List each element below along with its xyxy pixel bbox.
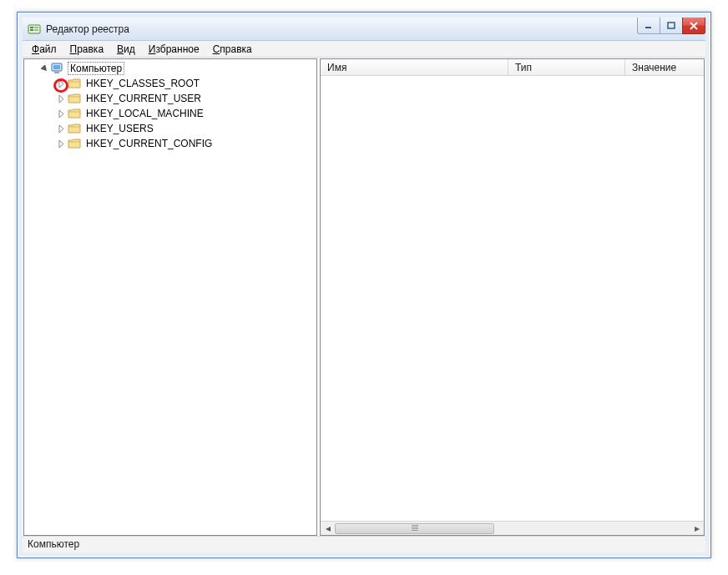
column-type[interactable]: Тип — [508, 59, 625, 75]
svg-rect-1 — [30, 27, 33, 28]
menubar: Файл Правка Вид Избранное Справка — [23, 41, 705, 58]
folder-icon — [68, 77, 81, 90]
tree-pane[interactable]: Компьютер HKEY_CLASSES_ROOT — [23, 58, 317, 536]
tree-item-label: HKEY_CLASSES_ROOT — [84, 78, 201, 89]
tree-item-hkcr[interactable]: HKEY_CLASSES_ROOT — [56, 76, 316, 91]
tree-item-hkcu[interactable]: HKEY_CURRENT_USER — [56, 91, 316, 106]
window-frame: Редактор реестра Файл Правка Вид Избранн… — [17, 12, 711, 558]
expand-icon[interactable] — [56, 93, 66, 103]
tree-root-label: Компьютер — [68, 62, 124, 75]
titlebar[interactable]: Редактор реестра — [23, 18, 705, 41]
menu-edit[interactable]: Правка — [64, 42, 110, 57]
column-value[interactable]: Значение — [625, 59, 704, 75]
svg-rect-8 — [53, 65, 60, 69]
menu-view[interactable]: Вид — [111, 42, 141, 57]
tree-item-label: HKEY_CURRENT_USER — [84, 93, 203, 104]
horizontal-scrollbar[interactable]: ◂ ▸ — [321, 521, 704, 535]
expand-icon[interactable] — [56, 124, 66, 134]
window-title: Редактор реестра — [46, 23, 129, 35]
menu-favorites[interactable]: Избранное — [143, 42, 205, 57]
svg-rect-6 — [668, 23, 675, 28]
svg-rect-3 — [34, 27, 38, 28]
svg-rect-9 — [54, 72, 59, 73]
minimize-button[interactable] — [637, 18, 660, 34]
computer-icon — [51, 62, 64, 75]
tree-item-hklm[interactable]: HKEY_LOCAL_MACHINE — [56, 106, 316, 121]
folder-icon — [68, 92, 81, 105]
scroll-thumb[interactable] — [335, 523, 494, 534]
status-path: Компьютер — [28, 538, 79, 550]
title-controls — [638, 18, 705, 34]
collapse-icon[interactable] — [39, 63, 49, 73]
statusbar: Компьютер — [23, 536, 705, 552]
folder-icon — [68, 137, 81, 150]
scroll-left-arrow-icon[interactable]: ◂ — [321, 522, 335, 535]
menu-help[interactable]: Справка — [207, 42, 258, 57]
expand-icon[interactable] — [56, 78, 66, 88]
scroll-right-arrow-icon[interactable]: ▸ — [690, 522, 704, 535]
tree-item-label: HKEY_USERS — [84, 123, 155, 134]
svg-rect-5 — [645, 27, 651, 28]
column-name[interactable]: Имя — [321, 59, 508, 75]
svg-rect-2 — [30, 29, 33, 31]
client-area: Компьютер HKEY_CLASSES_ROOT — [23, 58, 705, 536]
tree-item-label: HKEY_LOCAL_MACHINE — [84, 108, 205, 119]
column-headers: Имя Тип Значение — [321, 59, 704, 76]
tree-item-hku[interactable]: HKEY_USERS — [56, 121, 316, 136]
expand-icon[interactable] — [56, 108, 66, 119]
scroll-track[interactable] — [335, 522, 690, 535]
details-pane[interactable]: Имя Тип Значение ◂ ▸ — [320, 58, 705, 536]
tree-root-computer[interactable]: Компьютер — [39, 61, 316, 76]
expand-icon[interactable] — [56, 139, 66, 149]
folder-icon — [68, 107, 81, 120]
close-button[interactable] — [682, 18, 705, 34]
menu-file[interactable]: Файл — [26, 42, 63, 57]
folder-icon — [68, 122, 81, 135]
details-list[interactable] — [321, 76, 704, 521]
tree-item-label: HKEY_CURRENT_CONFIG — [84, 138, 214, 149]
svg-rect-4 — [34, 29, 38, 31]
tree-item-hkcc[interactable]: HKEY_CURRENT_CONFIG — [56, 136, 316, 151]
maximize-button[interactable] — [660, 18, 683, 34]
window-chrome: Редактор реестра Файл Правка Вид Избранн… — [18, 13, 710, 557]
regedit-app-icon — [28, 23, 41, 36]
